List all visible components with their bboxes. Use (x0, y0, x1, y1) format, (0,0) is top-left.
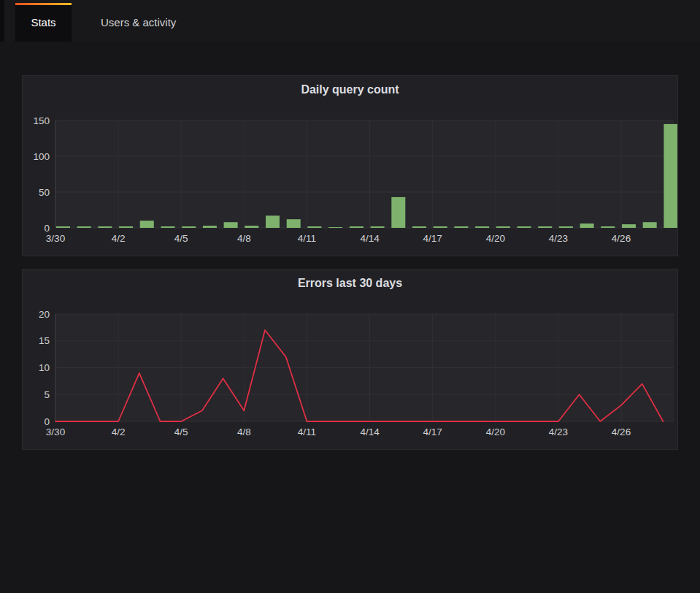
plot-area (55, 120, 674, 228)
svg-text:4/14: 4/14 (360, 233, 380, 244)
bar (203, 226, 217, 228)
bar (559, 226, 573, 228)
svg-text:4/8: 4/8 (237, 233, 251, 244)
bar (140, 221, 154, 228)
svg-text:4/17: 4/17 (423, 426, 442, 437)
bar (328, 227, 342, 228)
chart-svg: 051015203/304/24/54/84/114/144/174/204/2… (23, 296, 677, 445)
bar (287, 219, 301, 228)
errors-last-30-days-chart[interactable]: 051015203/304/24/54/84/114/144/174/204/2… (23, 296, 677, 445)
svg-text:4/23: 4/23 (549, 426, 568, 437)
svg-text:4/17: 4/17 (423, 233, 442, 244)
y-axis-labels: 05101520 (39, 309, 50, 427)
bar (475, 226, 489, 228)
bar (224, 222, 238, 228)
svg-text:10: 10 (39, 362, 50, 373)
bar (182, 226, 196, 228)
svg-text:3/30: 3/30 (46, 426, 65, 437)
svg-text:4/2: 4/2 (112, 426, 126, 437)
svg-text:4/14: 4/14 (360, 426, 380, 437)
svg-text:0: 0 (44, 223, 50, 234)
tab-users-activity[interactable]: Users & activity (72, 3, 205, 42)
svg-text:4/11: 4/11 (298, 233, 316, 244)
svg-text:4/26: 4/26 (612, 426, 631, 437)
bar (518, 226, 531, 228)
svg-text:5: 5 (44, 389, 50, 400)
svg-text:15: 15 (39, 335, 50, 346)
tab-bar: Stats Users & activity (0, 0, 700, 42)
svg-text:0: 0 (44, 416, 50, 427)
bar (371, 226, 385, 228)
tab-stats-label: Stats (31, 16, 55, 28)
y-axis-labels: 050100150 (33, 115, 50, 234)
svg-text:4/5: 4/5 (174, 426, 188, 437)
bar (245, 226, 258, 228)
panel-title-daily-query-count: Daily query count (23, 76, 677, 102)
x-axis-labels: 3/304/24/54/84/114/144/174/204/234/26 (46, 426, 631, 437)
bar (643, 222, 657, 228)
svg-text:50: 50 (39, 187, 50, 198)
active-tab-accent-bar (15, 3, 72, 5)
bar (580, 223, 594, 228)
tab-users-activity-label: Users & activity (101, 16, 176, 28)
chart-svg: 0501001503/304/24/54/84/114/144/174/204/… (23, 102, 677, 252)
bar (622, 224, 636, 228)
bar (538, 226, 552, 228)
svg-text:4/23: 4/23 (549, 233, 568, 244)
panel-daily-query-count: Daily query count 0501001503/304/24/54/8… (22, 75, 678, 256)
svg-text:100: 100 (33, 151, 50, 162)
panel-title-errors-last-30-days: Errors last 30 days (23, 269, 677, 296)
bar (496, 226, 510, 228)
daily-query-count-chart[interactable]: 0501001503/304/24/54/84/114/144/174/204/… (23, 102, 677, 252)
svg-text:4/2: 4/2 (112, 233, 126, 244)
bar (98, 226, 112, 228)
svg-text:4/8: 4/8 (237, 426, 251, 437)
bar (350, 226, 364, 228)
bar (77, 226, 91, 228)
x-axis-labels: 3/304/24/54/84/114/144/174/204/234/26 (46, 233, 631, 244)
svg-text:4/11: 4/11 (298, 426, 316, 437)
tab-stats[interactable]: Stats (15, 3, 72, 42)
bar (434, 226, 447, 228)
svg-text:4/26: 4/26 (612, 233, 631, 244)
svg-text:20: 20 (39, 309, 50, 320)
svg-text:4/20: 4/20 (486, 233, 505, 244)
svg-text:3/30: 3/30 (46, 233, 65, 244)
bar (119, 226, 133, 228)
panel-errors-last-30-days: Errors last 30 days 051015203/304/24/54/… (22, 269, 678, 450)
bar (601, 226, 615, 228)
bar (266, 215, 280, 228)
bar (307, 226, 321, 228)
bar (161, 226, 175, 228)
svg-text:4/20: 4/20 (486, 426, 505, 437)
bar (56, 226, 70, 228)
svg-text:4/5: 4/5 (174, 233, 188, 244)
bar (454, 226, 468, 228)
bar (664, 124, 677, 228)
dashboard-content: Daily query count 0501001503/304/24/54/8… (0, 42, 700, 450)
svg-text:150: 150 (33, 115, 50, 126)
bar (391, 197, 405, 228)
bar (412, 226, 426, 228)
